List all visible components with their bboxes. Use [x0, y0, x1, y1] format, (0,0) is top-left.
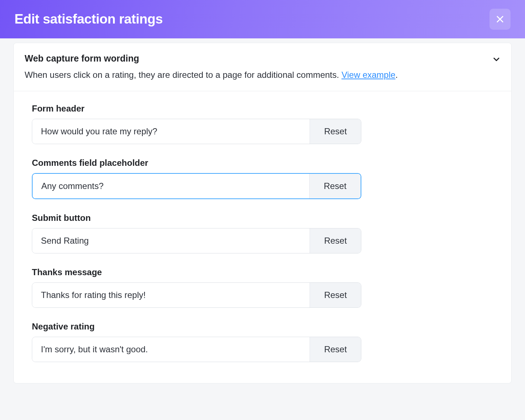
thanks-message-input[interactable] — [32, 283, 310, 307]
section-title: Web capture form wording — [25, 53, 500, 64]
section-description-text: When users click on a rating, they are d… — [25, 70, 341, 80]
field-submit-button: Submit button Reset — [32, 213, 493, 253]
field-form-header: Form header Reset — [32, 104, 493, 144]
view-example-link[interactable]: View example — [341, 70, 395, 80]
submit-button-input[interactable] — [32, 228, 310, 253]
section-description: When users click on a rating, they are d… — [25, 69, 500, 81]
input-row: Reset — [32, 228, 361, 253]
settings-card: Web capture form wording When users clic… — [13, 43, 512, 383]
negative-rating-input[interactable] — [32, 337, 310, 362]
field-label: Negative rating — [32, 322, 493, 332]
reset-button[interactable]: Reset — [310, 337, 361, 362]
reset-button[interactable]: Reset — [310, 228, 361, 253]
close-icon — [495, 14, 505, 24]
reset-button[interactable]: Reset — [309, 174, 361, 198]
reset-button[interactable]: Reset — [310, 119, 361, 144]
input-row: Reset — [32, 173, 361, 199]
fields-container: Form header Reset Comments field placeho… — [14, 91, 511, 383]
form-header-input[interactable] — [32, 119, 310, 144]
section-description-suffix: . — [395, 70, 398, 80]
modal-header: Edit satisfaction ratings — [0, 0, 525, 38]
close-button[interactable] — [490, 9, 511, 30]
section-header[interactable]: Web capture form wording When users clic… — [14, 43, 511, 91]
field-thanks-message: Thanks message Reset — [32, 267, 493, 308]
input-row: Reset — [32, 119, 361, 144]
field-label: Submit button — [32, 213, 493, 223]
field-label: Form header — [32, 104, 493, 114]
reset-button[interactable]: Reset — [310, 283, 361, 307]
chevron-down-icon — [492, 55, 501, 66]
comments-placeholder-input[interactable] — [33, 174, 309, 198]
input-row: Reset — [32, 282, 361, 308]
modal-title: Edit satisfaction ratings — [14, 12, 163, 27]
field-label: Comments field placeholder — [32, 158, 493, 168]
input-row: Reset — [32, 337, 361, 362]
field-negative-rating: Negative rating Reset — [32, 322, 493, 362]
field-label: Thanks message — [32, 267, 493, 277]
field-comments-placeholder: Comments field placeholder Reset — [32, 158, 493, 199]
